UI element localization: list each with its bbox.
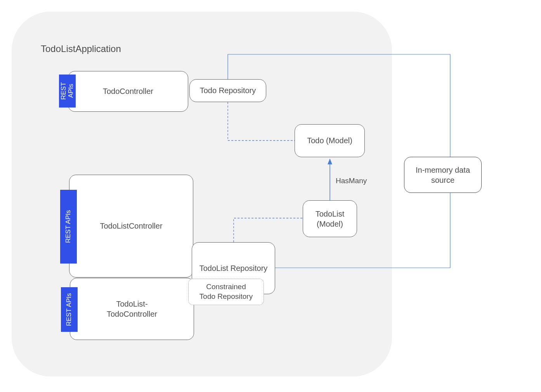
todolist-todo-controller-label: TodoList- TodoController <box>107 299 157 319</box>
rest-apis-badge-3-label: REST APIs <box>66 293 73 326</box>
todolist-repository-label: TodoList Repository <box>199 263 268 273</box>
datasource-box: In-memory data source <box>404 157 482 193</box>
todo-repository-label: Todo Repository <box>200 86 256 95</box>
todolist-model-label: TodoList (Model) <box>316 209 345 229</box>
has-many-label: HasMany <box>336 177 367 185</box>
todolist-model-box: TodoList (Model) <box>303 200 357 237</box>
todo-controller-label: TodoController <box>103 87 153 96</box>
todo-model-label: Todo (Model) <box>307 136 352 145</box>
constrained-repo-label: Constrained Todo Repository <box>199 282 253 301</box>
todo-controller-box: TodoController <box>68 71 188 112</box>
rest-apis-badge-1-label: RESTAPIs <box>60 82 75 100</box>
rest-apis-badge-2-label: REST APIs <box>65 210 72 243</box>
todo-model-box: Todo (Model) <box>295 124 365 157</box>
todolist-controller-box: TodoListController <box>69 175 193 278</box>
todolist-todo-controller-box: TodoList- TodoController <box>70 278 194 340</box>
constrained-repo-box: Constrained Todo Repository <box>188 279 264 305</box>
rest-apis-badge-3: REST APIs <box>61 287 78 332</box>
todolist-controller-label: TodoListController <box>100 222 162 231</box>
rest-apis-badge-2: REST APIs <box>60 190 77 264</box>
rest-apis-badge-1: RESTAPIs <box>59 75 76 108</box>
datasource-label: In-memory data source <box>416 165 470 185</box>
diagram-title: TodoListApplication <box>41 43 121 54</box>
todo-repository-box: Todo Repository <box>189 79 266 102</box>
